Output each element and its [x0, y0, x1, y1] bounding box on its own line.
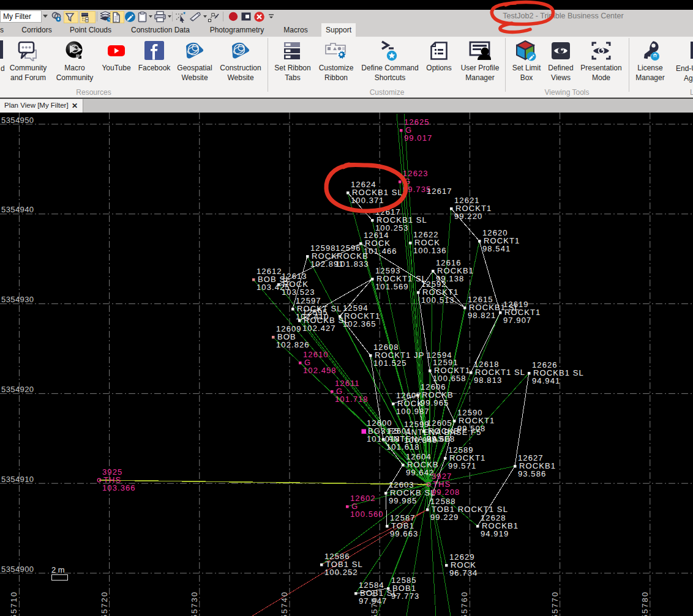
svg-text:100.987: 100.987: [396, 407, 430, 416]
svg-text:55710: 55710: [9, 591, 18, 616]
svg-text:99.229: 99.229: [430, 513, 459, 522]
svg-text:96.734: 96.734: [449, 568, 478, 577]
svg-text:94.919: 94.919: [481, 529, 509, 538]
svg-text:55730: 55730: [190, 591, 199, 616]
svg-text:5354940: 5354940: [1, 205, 34, 214]
svg-text:99.571: 99.571: [448, 461, 476, 470]
svg-text:94.941: 94.941: [532, 376, 560, 385]
svg-text:101.525: 101.525: [373, 358, 407, 368]
svg-text:99.220: 99.220: [454, 212, 482, 221]
svg-text:55740: 55740: [280, 591, 289, 616]
svg-text:99.208: 99.208: [432, 488, 460, 497]
svg-text:5354930: 5354930: [1, 295, 34, 304]
svg-text:2 m: 2 m: [51, 565, 65, 574]
svg-text:99.642: 99.642: [406, 468, 434, 477]
svg-text:102.826: 102.826: [276, 340, 310, 349]
svg-text:100.371: 100.371: [351, 196, 384, 205]
svg-text:101.569: 101.569: [375, 282, 409, 291]
svg-text:55770: 55770: [550, 591, 560, 616]
svg-text:100.252: 100.252: [324, 568, 358, 577]
svg-text:55780: 55780: [640, 591, 650, 616]
svg-text:101.833: 101.833: [335, 259, 369, 269]
svg-text:12617: 12617: [427, 187, 452, 196]
svg-text:100.136: 100.136: [413, 246, 447, 255]
svg-text:100.658: 100.658: [433, 374, 466, 383]
svg-text:5354920: 5354920: [1, 385, 34, 394]
svg-text:55750: 55750: [370, 591, 379, 616]
svg-text:93.586: 93.586: [518, 469, 546, 478]
svg-text:5354900: 5354900: [1, 565, 34, 574]
svg-text:102.458: 102.458: [303, 366, 337, 375]
svg-text:99.965: 99.965: [421, 398, 449, 407]
svg-text:97.907: 97.907: [503, 316, 531, 325]
svg-text:12594: 12594: [427, 351, 452, 360]
svg-text:99.985: 99.985: [389, 496, 417, 505]
svg-text:55760: 55760: [460, 591, 469, 616]
svg-text:101.466: 101.466: [364, 247, 397, 256]
svg-text:99.608: 99.608: [427, 434, 455, 443]
svg-text:102.427: 102.427: [302, 324, 336, 333]
svg-text:55720: 55720: [100, 591, 109, 616]
svg-text:98.813: 98.813: [474, 376, 502, 385]
svg-text:99.017: 99.017: [404, 133, 432, 143]
svg-text:100.513: 100.513: [421, 295, 455, 305]
svg-text:5354910: 5354910: [1, 475, 34, 484]
svg-text:97.773: 97.773: [391, 592, 419, 601]
svg-text:103.523: 103.523: [282, 288, 315, 297]
svg-text:98.821: 98.821: [468, 311, 496, 320]
svg-text:101.718: 101.718: [335, 395, 369, 404]
svg-text:98.541: 98.541: [482, 244, 511, 253]
svg-text:102.365: 102.365: [343, 319, 376, 328]
svg-text:103.366: 103.366: [102, 483, 136, 492]
svg-text:5354950: 5354950: [1, 116, 34, 125]
svg-text:100.560: 100.560: [350, 510, 384, 519]
svg-text:99.663: 99.663: [390, 529, 418, 538]
